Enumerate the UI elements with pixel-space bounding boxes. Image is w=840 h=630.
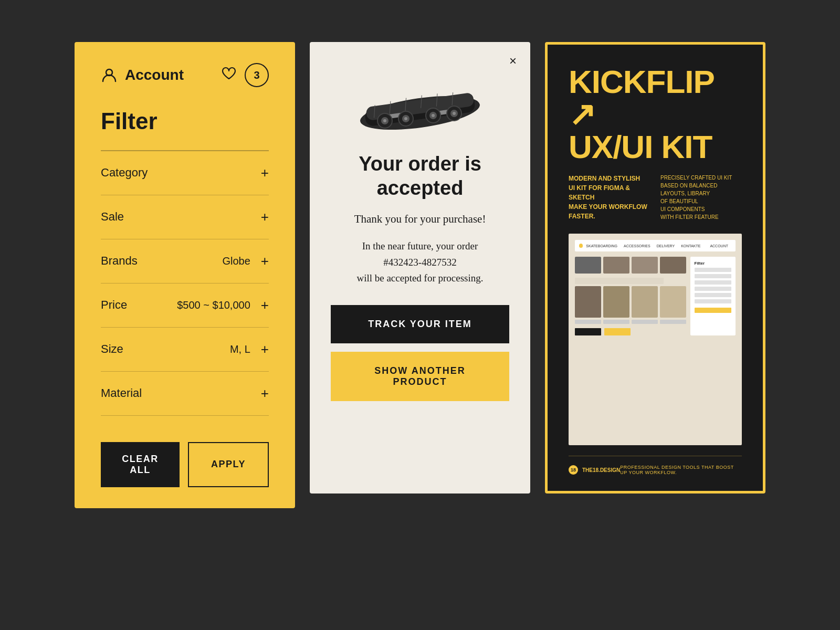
filter-brands-plus[interactable]: + <box>261 253 269 269</box>
kit-desc-left: MODERN AND STYLISH UI KIT FOR FIGMA & SK… <box>569 174 650 221</box>
heart-icon[interactable] <box>222 67 236 83</box>
preview-thumb-1 <box>575 257 601 274</box>
filter-size-plus[interactable]: + <box>261 341 269 358</box>
filter-size-label: Size <box>101 342 123 356</box>
preview-thumb-2 <box>603 257 629 274</box>
track-item-button[interactable]: TRACK YOUR ITEM <box>331 305 509 343</box>
filter-item-brands[interactable]: Brands Globe + <box>101 239 269 284</box>
filter-brands-label: Brands <box>101 254 138 268</box>
preview-filter-row-2 <box>695 274 732 278</box>
kit-title-line2: UX/UI KIT <box>569 129 712 165</box>
kit-footer-brand: THE18.DESIGN <box>582 467 620 473</box>
preview-filter-row-1 <box>695 268 732 272</box>
clear-all-button[interactable]: CLEAR ALL <box>101 442 180 487</box>
preview-product-row <box>575 286 686 318</box>
filter-brands-value: Globe <box>222 255 250 267</box>
preview-nav-item3: DELIVERY <box>657 244 675 248</box>
filter-category-right: + <box>261 165 269 181</box>
svg-point-14 <box>383 119 386 122</box>
preview-product-title <box>575 278 664 284</box>
account-label: Account <box>125 67 184 83</box>
preview-nav-item4: KONTAKTE <box>681 244 700 248</box>
order-title: Your order is accepted <box>331 152 509 200</box>
order-subtitle: Thank you for your purchase! <box>354 213 486 226</box>
filter-price-value: $500 ~ $10,000 <box>177 299 250 311</box>
preview-body: Filter <box>575 257 736 335</box>
kit-title: KICKFLIP ↗ UX/UI KIT <box>569 66 742 163</box>
preview-thumb-4 <box>660 257 686 274</box>
kit-desc-right: PRECISELY CRAFTED UI KIT BASED ON BALANC… <box>660 174 742 221</box>
preview-clear-btn <box>575 328 601 335</box>
filter-category-label: Category <box>101 166 148 180</box>
preview-logo-dot <box>579 244 583 248</box>
preview-product-grid <box>575 257 686 274</box>
filter-material-label: Material <box>101 386 142 400</box>
order-desc-line2: will be accepted for processing. <box>356 272 483 284</box>
filter-price-plus[interactable]: + <box>261 297 269 313</box>
kit-footer-tagline: PROFESSIONAL DESIGN TOOLS THAT BOOST UP … <box>620 465 742 475</box>
preview-label-3 <box>632 320 658 324</box>
apply-button[interactable]: APPLY <box>188 442 269 487</box>
filter-item-sale[interactable]: Sale + <box>101 195 269 239</box>
filter-sale-label: Sale <box>101 210 124 224</box>
close-button[interactable]: × <box>509 54 517 68</box>
filter-brands-right: Globe + <box>222 253 269 269</box>
preview-nav-account: ACCOUNT <box>710 244 728 248</box>
filter-sale-right: + <box>261 209 269 225</box>
preview-products <box>575 257 686 335</box>
filter-category-plus[interactable]: + <box>261 165 269 181</box>
filter-price-right: $500 ~ $10,000 + <box>177 297 269 313</box>
preview-product-1 <box>575 286 601 318</box>
kit-panel: KICKFLIP ↗ UX/UI KIT MODERN AND STYLISH … <box>545 42 765 494</box>
account-icon <box>101 67 118 83</box>
filter-material-right: + <box>261 385 269 402</box>
filter-size-right: M, L + <box>230 341 269 358</box>
order-desc-line1: In the near future, your order <box>362 240 478 251</box>
preview-filter-title: Filter <box>695 261 732 266</box>
preview-filter-row-4 <box>695 287 732 291</box>
show-another-button[interactable]: SHOW ANOTHER PRODUCT <box>331 352 509 401</box>
filter-price-label: Price <box>101 298 127 312</box>
kit-footer: 18 THE18.DESIGN PROFESSIONAL DESIGN TOOL… <box>569 456 742 475</box>
kit-footer-logo-icon: 18 <box>569 465 578 475</box>
filter-item-category[interactable]: Category + <box>101 151 269 195</box>
preview-buttons-row <box>575 328 686 335</box>
preview-navbar: SKATEBOARDING ACCESSORIES DELIVERY KONTA… <box>575 240 736 251</box>
filter-item-size[interactable]: Size M, L + <box>101 328 269 372</box>
preview-filter-button <box>695 308 732 313</box>
cart-count: 3 <box>254 69 259 81</box>
preview-filter-panel: Filter <box>690 257 736 335</box>
preview-thumb-3 <box>632 257 658 274</box>
preview-nav-item1: SKATEBOARDING <box>586 244 617 248</box>
filter-divider <box>101 150 269 151</box>
kit-footer-logo-section: 18 THE18.DESIGN <box>569 465 620 475</box>
preview-filter-row-3 <box>695 280 732 285</box>
svg-point-20 <box>432 114 435 117</box>
preview-product-3 <box>632 286 658 318</box>
order-description: In the near future, your order #432423-4… <box>356 238 483 286</box>
filter-item-price[interactable]: Price $500 ~ $10,000 + <box>101 284 269 328</box>
kit-preview-mockup: SKATEBOARDING ACCESSORIES DELIVERY KONTA… <box>569 234 742 445</box>
skateboard-image <box>341 58 499 152</box>
preview-apply-btn <box>604 328 631 335</box>
filter-title: Filter <box>101 108 269 134</box>
filter-sale-plus[interactable]: + <box>261 209 269 225</box>
filter-panel: Account 3 Filter Category + <box>75 42 295 508</box>
skateboard-svg <box>344 63 496 147</box>
filter-item-material[interactable]: Material + <box>101 372 269 416</box>
order-panel: × <box>310 42 530 494</box>
kit-footer-logo-text: 18 <box>571 467 576 472</box>
preview-label-2 <box>603 320 629 324</box>
preview-product-labels <box>575 320 686 324</box>
main-container: Account 3 Filter Category + <box>0 0 840 630</box>
filter-size-value: M, L <box>230 343 250 355</box>
account-section: Account <box>101 67 184 83</box>
preview-product-2 <box>603 286 629 318</box>
filter-header: Account 3 <box>101 63 269 87</box>
cart-badge[interactable]: 3 <box>245 63 269 87</box>
preview-product-4 <box>660 286 686 318</box>
header-icons: 3 <box>222 63 269 87</box>
kit-title-line1: KICKFLIP ↗ <box>569 64 714 132</box>
filter-material-plus[interactable]: + <box>261 385 269 402</box>
preview-label-4 <box>660 320 686 324</box>
